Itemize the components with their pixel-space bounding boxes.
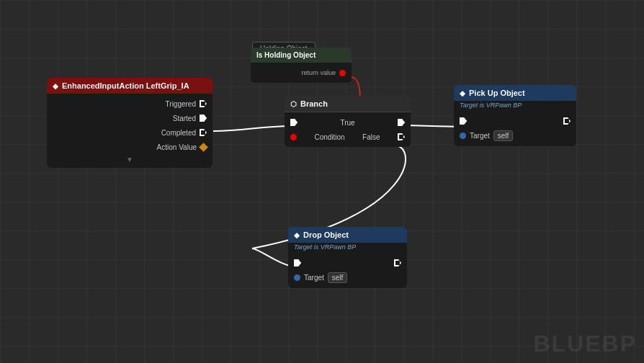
pin-triggered-label: Triggered [166,100,196,108]
pin-branch-condition-label: Condition [314,133,344,141]
pin-started-row: Started [47,111,213,125]
pin-actionvalue-label: Action Value [157,143,197,151]
pin-drop-target-row: Target self [288,270,407,285]
pin-drop-target-value: self [328,272,348,283]
pin-pickup-exec-in [460,117,467,125]
node-pickup-subtitle: Target is VRPawn BP [454,101,576,111]
pin-pickup-target-row: Target self [454,128,576,143]
pin-branch-false-exec [398,133,405,140]
pin-completed-label: Completed [161,129,196,137]
pin-completed-row: Completed [47,125,213,140]
node-pickup-title: Pick Up Object [469,89,525,97]
node-branch-body: True Condition False [285,112,411,147]
node-holding-header: Is Holding Object [251,48,352,63]
node-drop-title: Drop Object [303,230,349,239]
pin-drop-exec-row [288,256,407,270]
node-input-header: ◆ EnhancedInputAction LeftGrip_IA [47,78,213,94]
pin-triggered-row: Triggered [47,97,213,111]
pin-holding-return-label: return value [301,69,336,76]
node-drop-body: Target self [288,253,407,288]
node-enhanced-input-action: ◆ EnhancedInputAction LeftGrip_IA Trigge… [47,78,213,168]
drop-icon: ◆ [294,231,300,239]
pin-holding-bool-out [339,70,346,76]
pin-branch-exec-in [290,119,298,126]
node-holding-body: return value [251,63,352,83]
node-branch: ⬡ Branch True Condition False [285,96,411,147]
pin-holding-out-row: return value [251,66,352,80]
branch-icon: ⬡ [290,100,297,108]
node-pickup-header: ◆ Pick Up Object [454,85,576,101]
pin-branch-cond-pin [290,134,297,140]
pin-branch-condition-row: Condition False [285,130,411,144]
pin-drop-target-label: Target [304,274,324,282]
node-holding-title: Is Holding Object [256,51,316,59]
node-drop-object: ◆ Drop Object Target is VRPawn BP Target… [288,227,407,288]
expand-button[interactable]: ▼ [47,154,213,165]
pin-branch-exec-row: True [285,115,411,130]
node-input-body: Triggered Started Completed Action Value… [47,94,213,168]
pin-actionvalue-row: Action Value [47,140,213,154]
pin-drop-target-pin [294,274,300,281]
node-input-title: EnhancedInputAction LeftGrip_IA [62,81,189,90]
node-is-holding-object: Is Holding Object return value [251,48,352,83]
node-drop-header: ◆ Drop Object [288,227,407,243]
node-drop-subtitle: Target is VRPawn BP [288,243,407,253]
input-icon: ◆ [53,82,58,90]
pin-triggered-exec [200,100,207,107]
pin-started-label: Started [173,115,196,122]
pin-started-exec [200,115,207,122]
node-pickup-body: Target self [454,111,576,146]
pin-drop-exec-out [394,259,401,266]
pin-branch-false-label: False [362,133,380,141]
pin-drop-exec-in [294,259,301,266]
node-branch-header: ⬡ Branch [285,96,411,112]
pin-branch-true-label: True [340,119,354,127]
pin-pickup-exec-row [454,114,576,128]
pin-pickup-target-value: self [493,130,514,141]
pin-pickup-target-label: Target [470,132,490,140]
node-branch-title: Branch [300,99,328,108]
pin-pickup-exec-out [563,117,571,125]
pin-actionvalue-pin [199,143,208,152]
pin-pickup-target-pin [460,133,466,139]
pin-branch-true-exec [398,119,405,126]
pin-completed-exec [200,129,207,136]
pickup-icon: ◆ [460,89,465,97]
node-pick-up-object: ◆ Pick Up Object Target is VRPawn BP Tar… [454,85,576,146]
watermark: BLUEBP [533,331,637,357]
